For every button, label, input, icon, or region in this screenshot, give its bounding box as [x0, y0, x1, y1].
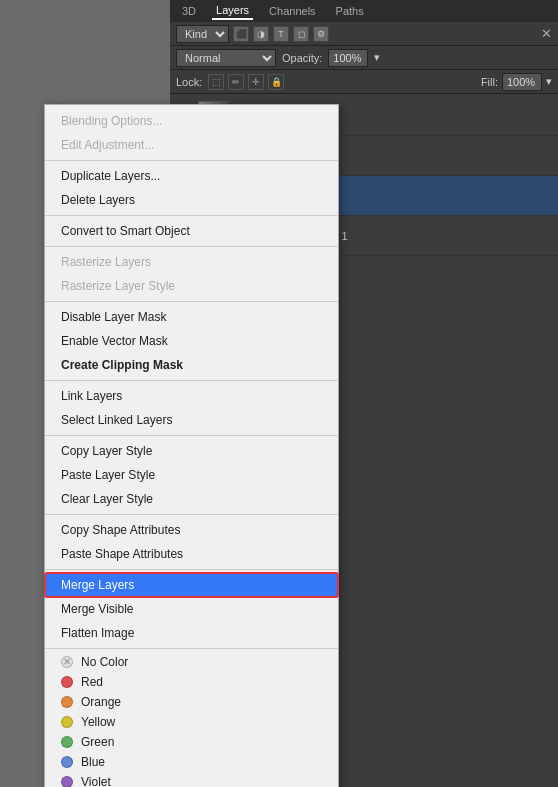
ctx-rasterize-layers[interactable]: Rasterize Layers	[45, 250, 338, 274]
filter-adjust-icon[interactable]: ◑	[253, 26, 269, 42]
ctx-color-none-label: No Color	[81, 655, 128, 669]
separator	[45, 160, 338, 161]
ctx-color-green[interactable]: Green	[45, 732, 338, 752]
fill-label: Fill:	[481, 76, 498, 88]
ctx-color-none[interactable]: No Color	[45, 652, 338, 672]
lock-position-icon[interactable]: ✏	[228, 74, 244, 90]
ctx-color-orange[interactable]: Orange	[45, 692, 338, 712]
opacity-label: Opacity:	[282, 52, 322, 64]
lock-all-icon[interactable]: 🔒	[268, 74, 284, 90]
ctx-color-yellow[interactable]: Yellow	[45, 712, 338, 732]
separator	[45, 648, 338, 649]
ctx-copy-layer-style[interactable]: Copy Layer Style	[45, 439, 338, 463]
ctx-color-blue[interactable]: Blue	[45, 752, 338, 772]
color-red-dot	[61, 676, 73, 688]
fill-arrow[interactable]: ▾	[546, 75, 552, 88]
blend-mode-select[interactable]: Normal	[176, 49, 276, 67]
kind-select[interactable]: Kind	[176, 25, 229, 43]
ctx-duplicate-layers[interactable]: Duplicate Layers...	[45, 164, 338, 188]
lock-label: Lock:	[176, 76, 202, 88]
ctx-color-violet-label: Violet	[81, 775, 111, 787]
panel-tabs: 3D Layers Channels Paths	[170, 0, 558, 22]
separator	[45, 246, 338, 247]
lock-move-icon[interactable]: ✛	[248, 74, 264, 90]
separator	[45, 301, 338, 302]
ctx-merge-layers[interactable]: Merge Layers	[45, 573, 338, 597]
blend-bar: Normal Opacity: ▾	[170, 46, 558, 70]
ctx-select-linked[interactable]: Select Linked Layers	[45, 408, 338, 432]
separator	[45, 380, 338, 381]
ctx-enable-vector-mask[interactable]: Enable Vector Mask	[45, 329, 338, 353]
ctx-delete-layers[interactable]: Delete Layers	[45, 188, 338, 212]
tab-3d[interactable]: 3D	[178, 3, 200, 19]
color-green-dot	[61, 736, 73, 748]
ctx-color-yellow-label: Yellow	[81, 715, 115, 729]
filter-smart-icon[interactable]: ⚙	[313, 26, 329, 42]
separator	[45, 215, 338, 216]
tab-channels[interactable]: Channels	[265, 3, 319, 19]
tab-paths[interactable]: Paths	[332, 3, 368, 19]
lock-bar: Lock: ⬚ ✏ ✛ 🔒 Fill: ▾	[170, 70, 558, 94]
tab-layers[interactable]: Layers	[212, 2, 253, 20]
separator	[45, 514, 338, 515]
separator	[45, 569, 338, 570]
ctx-create-clipping-mask[interactable]: Create Clipping Mask	[45, 353, 338, 377]
ctx-color-violet[interactable]: Violet	[45, 772, 338, 787]
filter-bar: Kind ⬛ ◑ T ◻ ⚙ ✕	[170, 22, 558, 46]
separator	[45, 435, 338, 436]
filter-image-icon[interactable]: ⬛	[233, 26, 249, 42]
ctx-edit-adjustment[interactable]: Edit Adjustment...	[45, 133, 338, 157]
lock-pixels-icon[interactable]: ⬚	[208, 74, 224, 90]
fill-input[interactable]	[502, 73, 542, 91]
filter-close-icon[interactable]: ✕	[541, 26, 552, 41]
ctx-color-red-label: Red	[81, 675, 103, 689]
ctx-convert-smart[interactable]: Convert to Smart Object	[45, 219, 338, 243]
ctx-paste-layer-style[interactable]: Paste Layer Style	[45, 463, 338, 487]
ctx-color-blue-label: Blue	[81, 755, 105, 769]
opacity-arrow[interactable]: ▾	[374, 51, 380, 64]
ctx-clear-layer-style[interactable]: Clear Layer Style	[45, 487, 338, 511]
opacity-input[interactable]	[328, 49, 368, 67]
ctx-rasterize-style[interactable]: Rasterize Layer Style	[45, 274, 338, 298]
color-orange-dot	[61, 696, 73, 708]
ctx-merge-visible[interactable]: Merge Visible	[45, 597, 338, 621]
context-menu: Blending Options... Edit Adjustment... D…	[44, 104, 339, 787]
ctx-color-red[interactable]: Red	[45, 672, 338, 692]
ctx-color-green-label: Green	[81, 735, 114, 749]
filter-shape-icon[interactable]: ◻	[293, 26, 309, 42]
ctx-disable-layer-mask[interactable]: Disable Layer Mask	[45, 305, 338, 329]
color-yellow-dot	[61, 716, 73, 728]
ctx-link-layers[interactable]: Link Layers	[45, 384, 338, 408]
ctx-paste-shape-attrs[interactable]: Paste Shape Attributes	[45, 542, 338, 566]
color-blue-dot	[61, 756, 73, 768]
ctx-flatten-image[interactable]: Flatten Image	[45, 621, 338, 645]
ctx-copy-shape-attrs[interactable]: Copy Shape Attributes	[45, 518, 338, 542]
color-violet-dot	[61, 776, 73, 787]
filter-type-icon[interactable]: T	[273, 26, 289, 42]
ctx-color-orange-label: Orange	[81, 695, 121, 709]
color-none-dot	[61, 656, 73, 668]
ctx-blending-options[interactable]: Blending Options...	[45, 109, 338, 133]
